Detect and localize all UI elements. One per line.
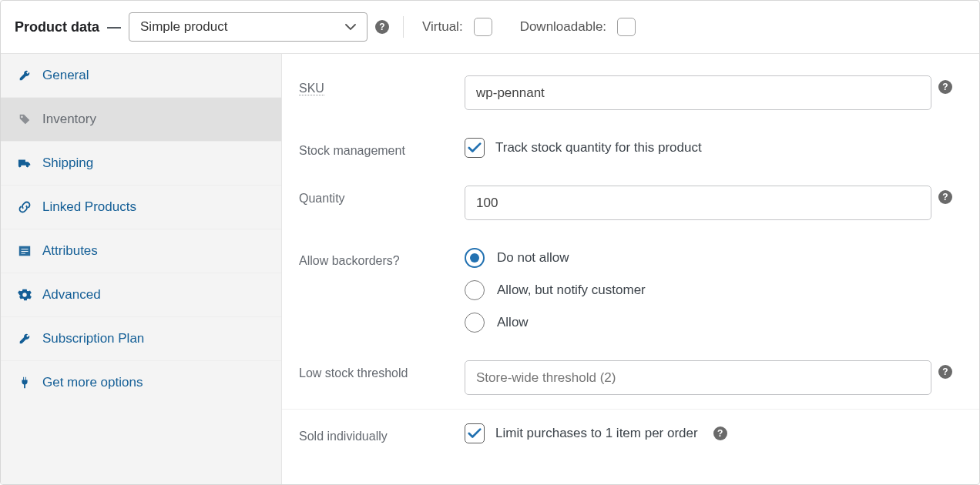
radio-label: Allow, but notify customer bbox=[497, 283, 646, 298]
help-icon[interactable]: ? bbox=[938, 190, 952, 204]
field-body bbox=[465, 360, 931, 395]
stock-management-checkbox[interactable] bbox=[465, 138, 485, 158]
sidebar-item-inventory[interactable]: Inventory bbox=[1, 98, 281, 142]
divider bbox=[403, 16, 404, 38]
field-label: SKU bbox=[299, 75, 465, 95]
field-label: Stock management bbox=[299, 138, 465, 158]
sidebar-item-attributes[interactable]: Attributes bbox=[1, 229, 281, 273]
sidebar-item-label: Get more options bbox=[42, 375, 143, 390]
help-icon[interactable]: ? bbox=[713, 426, 727, 440]
field-body: Do not allow Allow, but notify customer … bbox=[465, 248, 931, 333]
product-type-value: Simple product bbox=[140, 19, 227, 35]
panel-title: Product data bbox=[15, 19, 99, 35]
list-icon bbox=[18, 244, 32, 258]
field-label: Quantity bbox=[299, 186, 465, 206]
sidebar-item-label: Inventory bbox=[42, 112, 96, 127]
field-trail: ? bbox=[931, 186, 959, 204]
inventory-settings: SKU ? Stock management Track stock quant… bbox=[282, 54, 979, 484]
sidebar-item-linked-products[interactable]: Linked Products bbox=[1, 186, 281, 229]
sidebar-item-label: Shipping bbox=[42, 156, 93, 171]
sku-input[interactable] bbox=[465, 75, 931, 110]
wrench-icon bbox=[18, 69, 32, 82]
sidebar-item-label: Linked Products bbox=[42, 199, 136, 215]
sidebar-item-label: Advanced bbox=[42, 287, 101, 303]
field-label: Low stock threshold bbox=[299, 360, 465, 380]
product-type-select[interactable]: Simple product bbox=[129, 12, 368, 42]
checkbox-label: Limit purchases to 1 item per order bbox=[495, 426, 698, 441]
sidebar-item-label: General bbox=[42, 68, 89, 83]
field-row-sold-individually: Sold individually Limit purchases to 1 i… bbox=[282, 409, 979, 457]
field-trail: ? bbox=[931, 75, 959, 94]
radio-option-allow-notify[interactable]: Allow, but notify customer bbox=[465, 280, 646, 300]
field-row-stock-management: Stock management Track stock quantity fo… bbox=[282, 124, 979, 172]
checkbox-label: Track stock quantity for this product bbox=[495, 140, 702, 156]
field-trail: ? bbox=[931, 360, 959, 379]
product-type-help-icon[interactable]: ? bbox=[375, 20, 389, 34]
check-icon bbox=[468, 427, 482, 440]
sidebar-item-advanced[interactable]: Advanced bbox=[1, 273, 281, 317]
panel-header: Product data — Simple product ? Virtual:… bbox=[1, 1, 979, 54]
downloadable-checkbox[interactable] bbox=[617, 18, 636, 36]
low-stock-input[interactable] bbox=[465, 360, 931, 395]
tag-icon bbox=[18, 112, 32, 126]
gear-icon bbox=[18, 288, 32, 302]
title-separator: — bbox=[107, 19, 121, 35]
sidebar-item-label: Attributes bbox=[42, 243, 98, 259]
link-icon bbox=[18, 200, 32, 214]
quantity-input[interactable] bbox=[465, 186, 931, 220]
radio-label: Do not allow bbox=[497, 250, 569, 266]
field-body: Track stock quantity for this product bbox=[465, 138, 931, 158]
virtual-label: Virtual: bbox=[422, 19, 463, 35]
sidebar-item-get-more-options[interactable]: Get more options bbox=[1, 361, 281, 404]
help-icon[interactable]: ? bbox=[938, 365, 952, 379]
radio-label: Allow bbox=[497, 315, 529, 330]
field-body bbox=[465, 75, 931, 110]
radio-dot bbox=[470, 253, 479, 263]
product-data-panel: Product data — Simple product ? Virtual:… bbox=[0, 0, 980, 485]
chevron-down-icon bbox=[345, 24, 356, 31]
sold-individually-checkbox[interactable] bbox=[465, 423, 485, 443]
check-icon bbox=[468, 142, 482, 154]
field-label: Allow backorders? bbox=[299, 248, 465, 268]
sidebar-item-general[interactable]: General bbox=[1, 54, 281, 98]
help-icon[interactable]: ? bbox=[938, 80, 952, 94]
radio-button[interactable] bbox=[465, 248, 485, 268]
field-row-quantity: Quantity ? bbox=[282, 172, 979, 234]
field-body: Limit purchases to 1 item per order ? bbox=[465, 423, 931, 443]
backorders-radio-group: Do not allow Allow, but notify customer … bbox=[465, 248, 646, 333]
sidebar-item-label: Subscription Plan bbox=[42, 331, 144, 346]
sidebar-item-subscription-plan[interactable]: Subscription Plan bbox=[1, 317, 281, 361]
plug-icon bbox=[18, 376, 32, 390]
product-data-sidebar: General Inventory Shipping Linked Produc… bbox=[1, 54, 282, 484]
radio-button[interactable] bbox=[465, 313, 485, 333]
radio-option-do-not-allow[interactable]: Do not allow bbox=[465, 248, 646, 268]
field-row-sku: SKU ? bbox=[282, 62, 979, 124]
downloadable-label: Downloadable: bbox=[520, 19, 606, 35]
field-label: Sold individually bbox=[299, 423, 465, 443]
sidebar-item-shipping[interactable]: Shipping bbox=[1, 142, 281, 186]
wrench-icon bbox=[18, 332, 32, 346]
field-row-low-stock: Low stock threshold ? bbox=[282, 346, 979, 409]
field-body bbox=[465, 186, 931, 220]
radio-option-allow[interactable]: Allow bbox=[465, 313, 646, 333]
truck-icon bbox=[18, 156, 32, 170]
sku-label: SKU bbox=[299, 82, 324, 95]
panel-body: General Inventory Shipping Linked Produc… bbox=[1, 54, 979, 484]
field-row-backorders: Allow backorders? Do not allow Allow, bu… bbox=[282, 234, 979, 346]
radio-button[interactable] bbox=[465, 280, 485, 300]
virtual-checkbox[interactable] bbox=[474, 18, 492, 36]
